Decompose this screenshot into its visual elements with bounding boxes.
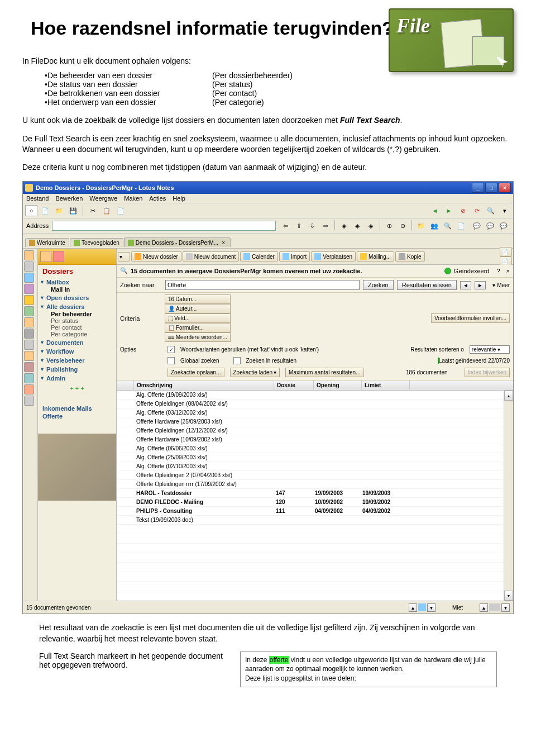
close-button[interactable]: × <box>499 183 511 193</box>
table-row[interactable]: Tekst (19/09/2003 doc) <box>117 516 513 525</box>
search-button[interactable]: Zoeken <box>363 280 394 290</box>
doc-toolbar-button[interactable]: Nieuw dossier <box>131 251 181 261</box>
rail-icon[interactable] <box>24 384 34 394</box>
nav-item[interactable]: ▼Alle dossiers <box>40 303 114 311</box>
rail-icon[interactable] <box>24 340 34 350</box>
rail-icon[interactable] <box>24 273 34 283</box>
rail-icon[interactable] <box>24 373 34 383</box>
rail-icon[interactable] <box>24 396 34 406</box>
menu-item[interactable]: Bewerken <box>55 195 83 202</box>
doc-toolbar-button[interactable]: Verplaatsen <box>311 251 356 261</box>
prev-result-button[interactable]: ◄ <box>460 281 471 289</box>
table-row[interactable]: Offerte Opleidingen (12/12/2002 xls/) <box>117 426 513 435</box>
column-header[interactable]: Limiet <box>362 381 410 390</box>
rail-icon[interactable] <box>24 250 34 260</box>
nav-item[interactable]: ▼Publishing <box>40 365 114 373</box>
in-results-checkbox[interactable] <box>233 357 241 364</box>
tab[interactable]: Demo Dossiers - DossiersPerM...× <box>124 237 231 247</box>
search-icon[interactable]: 🔍 <box>485 205 497 216</box>
doc-toolbar-button[interactable]: Import <box>279 251 310 261</box>
people-icon[interactable]: 👥 <box>428 220 441 231</box>
refresh-icon[interactable]: ⟳ <box>471 205 483 216</box>
minimize-button[interactable]: _ <box>472 183 484 193</box>
toolbar-icon[interactable]: 📄 <box>500 247 512 256</box>
menu-item[interactable]: Acties <box>149 195 166 202</box>
nav-sub-item[interactable]: Per status <box>40 317 114 324</box>
column-header[interactable] <box>117 381 134 390</box>
back-icon[interactable]: ◄ <box>429 205 441 216</box>
nav-icon[interactable]: ◈ <box>338 220 350 231</box>
rail-icon[interactable] <box>24 306 34 316</box>
example-form-button[interactable]: Voorbeeldformulier invullen... <box>431 313 510 323</box>
table-row[interactable]: Alg. Offerte (02/10/2003 xls/) <box>117 462 513 471</box>
table-row[interactable]: PHILIPS - Consulting11104/09/200204/09/2… <box>117 507 513 516</box>
toolbar-icon[interactable]: 📄 <box>39 205 51 216</box>
nav-item[interactable]: ▼Workflow <box>40 348 114 355</box>
vertical-scrollbar[interactable]: ▴ ▾ <box>504 391 513 601</box>
rail-icon[interactable] <box>24 295 34 305</box>
tab-close-icon[interactable]: × <box>220 239 227 246</box>
table-row[interactable]: Offerte Hardware (25/09/2003 xls/) <box>117 417 513 426</box>
rail-icon[interactable] <box>24 261 34 272</box>
load-search-button[interactable]: Zoekactie laden ▾ <box>230 368 280 377</box>
criteria-button[interactable]: 📋 Formulier... <box>165 323 231 332</box>
max-results-button[interactable]: Maximum aantal resultaten... <box>285 368 363 377</box>
nav-icon[interactable]: ⇨ <box>319 220 332 231</box>
nav-bottom-item[interactable]: Inkomende Mails <box>42 405 112 412</box>
variants-checkbox[interactable]: ✓ <box>168 346 175 353</box>
doc-toolbar-button[interactable]: Kopie <box>395 251 425 261</box>
tab[interactable]: Werkruimte <box>25 238 69 247</box>
menu-item[interactable]: Maken <box>124 195 142 202</box>
close-search-icon[interactable]: × <box>506 268 510 274</box>
toolbar-icon[interactable]: 📁 <box>53 205 65 216</box>
status-nav-icon[interactable]: ▾ <box>427 603 436 612</box>
nav-icon[interactable]: ⊕ <box>383 220 395 231</box>
table-row[interactable]: Alg. Offerte (06/06/2003 xls/) <box>117 444 513 453</box>
cut-icon[interactable]: ✂ <box>87 205 99 216</box>
stop-icon[interactable]: ⊘ <box>457 205 469 216</box>
more-toggle[interactable]: ▾ Meer <box>492 282 510 288</box>
rail-icon[interactable] <box>24 329 34 339</box>
nav-header-icon[interactable] <box>53 251 64 262</box>
clear-results-button[interactable]: Resultaten wissen <box>397 280 457 290</box>
update-index-button[interactable]: Index bijwerken <box>465 368 510 377</box>
nav-icon[interactable]: ⊖ <box>396 220 409 231</box>
nav-item[interactable]: ▼Admin <box>40 374 114 382</box>
nav-icon[interactable]: 📄 <box>455 220 467 231</box>
rail-icon[interactable] <box>24 284 34 294</box>
column-header[interactable]: Omschrijving <box>134 381 274 390</box>
copy-icon[interactable]: 📋 <box>100 205 113 216</box>
criteria-button[interactable]: ≡≡ Meerdere woorden... <box>165 332 231 342</box>
chat-icon[interactable]: 💬 <box>497 220 510 231</box>
rail-icon[interactable] <box>24 351 34 361</box>
nav-item[interactable]: ▼Versiebeheer <box>40 356 114 364</box>
column-header[interactable]: Dossie <box>274 381 314 390</box>
nav-icon[interactable]: ◈ <box>351 220 363 231</box>
nav-sub-item[interactable]: Per beheerder <box>40 311 114 317</box>
table-row[interactable]: DEMO FILEDOC - Mailing12010/09/200210/09… <box>117 498 513 507</box>
global-checkbox[interactable] <box>168 357 175 364</box>
doc-toolbar-button[interactable]: Mailing... <box>357 251 394 261</box>
tab[interactable]: Toevoegbladen <box>70 238 123 247</box>
table-row[interactable]: Offerte Opleidingen 2 (07/04/2003 xls/) <box>117 471 513 480</box>
chat-icon[interactable]: 💬 <box>471 220 483 231</box>
paste-icon[interactable]: 📄 <box>114 205 127 216</box>
table-row[interactable]: HAROL - Testdossier14719/09/200319/09/20… <box>117 489 513 498</box>
rail-icon[interactable] <box>24 362 34 372</box>
next-result-button[interactable]: ► <box>475 281 486 289</box>
table-row[interactable]: Offerte Hardware (10/09/2002 xls/) <box>117 435 513 444</box>
menu-item[interactable]: Bestand <box>26 195 49 202</box>
forward-icon[interactable]: ► <box>443 205 455 216</box>
status-nav-icon[interactable]: ▴ <box>480 603 488 612</box>
doc-toolbar-button[interactable]: Calender <box>240 251 278 261</box>
nav-sub-item[interactable]: Per categorie <box>40 331 114 337</box>
search-input[interactable] <box>165 280 360 290</box>
table-row[interactable]: Alg. Offerte (25/09/2003 xls/) <box>117 453 513 462</box>
scroll-up-icon[interactable]: ▴ <box>504 391 513 401</box>
toolbar-icon[interactable]: 💾 <box>67 205 79 216</box>
nav-icon[interactable]: 📁 <box>415 220 427 231</box>
table-row[interactable]: Offerte Opleidingen rrrr (17/09/2002 xls… <box>117 480 513 489</box>
nav-sub-item[interactable]: Per contact <box>40 324 114 331</box>
column-header[interactable]: Opening <box>314 381 362 390</box>
nav-item[interactable]: ▼Documenten <box>40 339 114 346</box>
